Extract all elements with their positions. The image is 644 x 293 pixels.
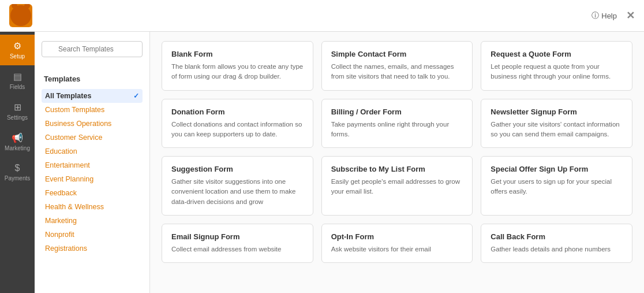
template-desc-donation-form: Collect donations and contact informatio… xyxy=(171,120,304,140)
template-card-email-signup-form[interactable]: Email Signup Form Collect email addresse… xyxy=(162,224,313,263)
template-card-opt-in-form[interactable]: Opt-In Form Ask website visitors for the… xyxy=(321,224,473,263)
sidebar-item-label-feedback: Feedback xyxy=(45,189,77,197)
nav-item-payments[interactable]: $ Payments xyxy=(0,157,35,187)
template-desc-billing-order-form: Take payments online right through your … xyxy=(331,120,463,140)
checkmark-icon: ✓ xyxy=(133,92,139,100)
sidebar-item-feedback[interactable]: Feedback xyxy=(42,186,143,200)
template-title-blank-form: Blank Form xyxy=(171,50,304,58)
sidebar-item-education[interactable]: Education xyxy=(42,144,143,158)
template-card-call-back-form[interactable]: Call Back Form Gather leads details and … xyxy=(481,224,632,263)
template-desc-newsletter-signup-form: Gather your site visitors' contact infor… xyxy=(491,120,623,140)
template-card-special-offer-signup-form[interactable]: Special Offer Sign Up Form Get your user… xyxy=(481,156,632,216)
template-title-opt-in-form: Opt-In Form xyxy=(331,232,463,241)
settings-icon: ⊞ xyxy=(14,102,21,113)
template-desc-subscribe-list-form: Easily get people's email addresses to g… xyxy=(331,177,463,197)
help-button[interactable]: ⓘ Help xyxy=(591,10,617,21)
sidebar-item-custom-templates[interactable]: Custom Templates xyxy=(42,103,143,117)
nav-label-fields: Fields xyxy=(10,84,25,90)
sidebar-item-business-operations[interactable]: Business Operations xyxy=(42,117,143,131)
template-title-subscribe-list-form: Subscribe to My List Form xyxy=(331,165,463,173)
nav-item-setup[interactable]: ⚙ Setup xyxy=(0,35,35,65)
sidebar-item-health-wellness[interactable]: Health & Wellness xyxy=(42,200,143,214)
template-title-request-quote-form: Request a Quote Form xyxy=(491,50,623,58)
template-card-suggestion-form[interactable]: Suggestion Form Gather site visitor sugg… xyxy=(162,156,313,216)
nav-item-settings[interactable]: ⊞ Settings xyxy=(0,96,35,127)
sidebar-item-label-education: Education xyxy=(45,147,77,155)
template-title-billing-order-form: Billing / Order Form xyxy=(331,107,463,116)
template-title-suggestion-form: Suggestion Form xyxy=(171,165,304,173)
close-button[interactable]: ✕ xyxy=(626,9,635,22)
template-card-billing-order-form[interactable]: Billing / Order Form Take payments onlin… xyxy=(321,99,473,149)
sidebar-item-registrations[interactable]: Registrations xyxy=(42,242,143,255)
nav-label-settings: Settings xyxy=(7,114,28,121)
top-bar: ⓘ Help ✕ xyxy=(0,0,644,32)
templates-area: Blank Form The blank form allows you to … xyxy=(150,32,644,293)
sidebar-item-label-registrations: Registrations xyxy=(45,244,87,253)
template-desc-call-back-form: Gather leads details and phone numbers xyxy=(491,244,623,254)
template-title-call-back-form: Call Back Form xyxy=(491,232,623,241)
sidebar-item-label-custom-templates: Custom Templates xyxy=(45,106,104,114)
sidebar-section-title: Templates xyxy=(42,73,143,84)
fields-icon: ▤ xyxy=(13,71,22,82)
sidebar-item-label-marketing: Marketing xyxy=(45,217,77,225)
help-label: Help xyxy=(601,12,617,20)
template-desc-special-offer-signup-form: Get your users to sign up for your speci… xyxy=(491,177,623,197)
templates-grid: Blank Form The blank form allows you to … xyxy=(162,41,632,263)
template-desc-opt-in-form: Ask website visitors for their email xyxy=(331,244,463,254)
main-content: 🔍 Templates All Templates ✓ Custom Templ… xyxy=(35,32,644,293)
nav-item-marketing[interactable]: 📢 Marketing xyxy=(0,127,35,157)
top-bar-right: ⓘ Help ✕ xyxy=(591,9,635,22)
template-title-newsletter-signup-form: Newsletter Signup Form xyxy=(491,107,623,116)
template-desc-request-quote-form: Let people request a quote from your bus… xyxy=(491,62,623,82)
template-title-email-signup-form: Email Signup Form xyxy=(171,232,304,241)
sidebar-item-label-business-operations: Business Operations xyxy=(45,120,111,128)
sidebar-item-customer-service[interactable]: Customer Service xyxy=(42,131,143,144)
template-card-newsletter-signup-form[interactable]: Newsletter Signup Form Gather your site … xyxy=(481,99,632,149)
nav-label-marketing: Marketing xyxy=(5,145,30,151)
template-desc-suggestion-form: Gather site visitor suggestions into one… xyxy=(171,177,304,207)
sidebar-item-label-event-planning: Event Planning xyxy=(45,175,93,183)
sidebar: 🔍 Templates All Templates ✓ Custom Templ… xyxy=(35,32,150,293)
left-nav: ⚙ Setup ▤ Fields ⊞ Settings 📢 Marketing … xyxy=(0,0,35,293)
template-card-blank-form[interactable]: Blank Form The blank form allows you to … xyxy=(162,41,313,91)
template-desc-blank-form: The blank form allows you to create any … xyxy=(171,62,304,82)
template-title-simple-contact-form: Simple Contact Form xyxy=(331,50,463,58)
sidebar-item-label-customer-service: Customer Service xyxy=(45,133,102,142)
sidebar-item-label-nonprofit: Nonprofit xyxy=(45,231,74,239)
template-card-simple-contact-form[interactable]: Simple Contact Form Collect the names, e… xyxy=(321,41,473,91)
nav-label-setup: Setup xyxy=(10,53,25,60)
sidebar-item-marketing[interactable]: Marketing xyxy=(42,214,143,228)
marketing-icon: 📢 xyxy=(12,132,23,143)
template-title-donation-form: Donation Form xyxy=(171,107,304,116)
sidebar-item-all-templates[interactable]: All Templates ✓ xyxy=(42,89,143,103)
sidebar-item-entertainment[interactable]: Entertainment xyxy=(42,158,143,172)
search-input[interactable] xyxy=(42,41,143,57)
template-desc-email-signup-form: Collect email addresses from website xyxy=(171,244,304,254)
template-desc-simple-contact-form: Collect the names, emails, and messages … xyxy=(331,62,463,82)
sidebar-item-event-planning[interactable]: Event Planning xyxy=(42,172,143,186)
help-icon: ⓘ xyxy=(591,10,599,21)
template-card-request-quote-form[interactable]: Request a Quote Form Let people request … xyxy=(481,41,632,91)
nav-item-fields[interactable]: ▤ Fields xyxy=(0,65,35,96)
payments-icon: $ xyxy=(15,163,20,173)
search-wrapper: 🔍 xyxy=(42,41,143,65)
app-logo xyxy=(9,4,32,27)
sidebar-item-label-health-wellness: Health & Wellness xyxy=(45,203,104,211)
setup-icon: ⚙ xyxy=(13,40,21,51)
bear-icon xyxy=(10,5,31,26)
nav-label-payments: Payments xyxy=(5,175,30,181)
template-card-donation-form[interactable]: Donation Form Collect donations and cont… xyxy=(162,99,313,149)
template-card-subscribe-list-form[interactable]: Subscribe to My List Form Easily get peo… xyxy=(321,156,473,216)
sidebar-item-nonprofit[interactable]: Nonprofit xyxy=(42,228,143,242)
sidebar-item-label-all-templates: All Templates xyxy=(45,92,91,100)
sidebar-item-label-entertainment: Entertainment xyxy=(45,161,90,169)
template-title-special-offer-signup-form: Special Offer Sign Up Form xyxy=(491,165,623,173)
